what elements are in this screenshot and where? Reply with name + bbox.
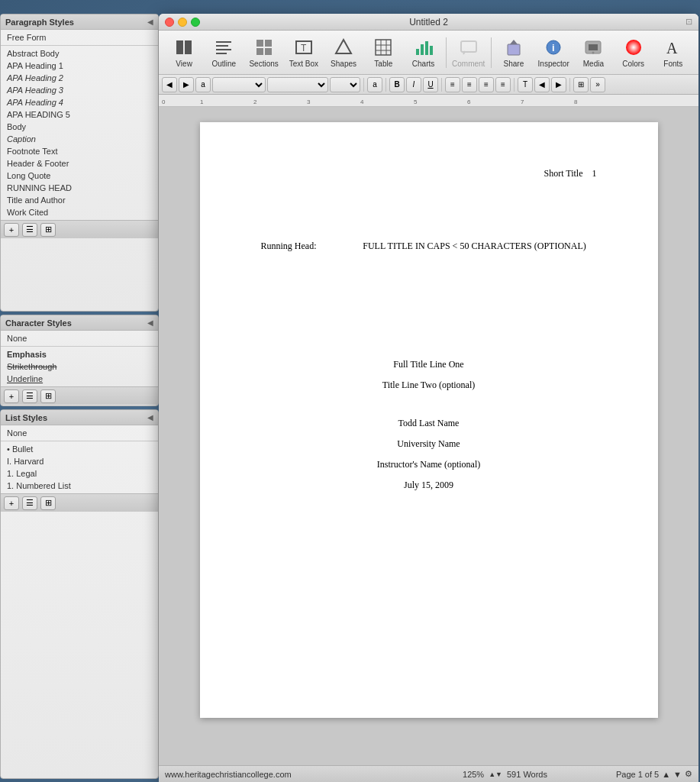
character-style-item-emphasis[interactable]: Emphasis	[1, 348, 158, 360]
toolbar-btn-table[interactable]: Table	[364, 34, 402, 72]
align-left-btn[interactable]: ≡	[445, 77, 460, 92]
paragraph-style-item-apa-heading-4[interactable]: APA Heading 4	[1, 96, 158, 108]
align-center-btn[interactable]: ≡	[462, 77, 477, 92]
more-btn[interactable]: »	[590, 77, 605, 92]
paragraph-style-select[interactable]	[212, 77, 266, 92]
italic-btn[interactable]: I	[406, 77, 421, 92]
toolbar-btn-inspector[interactable]: iInspector	[534, 34, 573, 72]
format-separator-1	[363, 78, 364, 92]
size-select[interactable]	[330, 77, 360, 92]
paragraph-style-item-abstract-body[interactable]: Abstract Body	[1, 47, 158, 60]
status-zoom-arrows[interactable]: ▲▼	[489, 771, 502, 778]
paragraph-style-item-apa-heading-2[interactable]: APA Heading 2	[1, 72, 158, 84]
status-scroll-up[interactable]: ▲	[662, 770, 670, 779]
list-style-item-1-numbered-list[interactable]: 1. Numbered List	[1, 480, 158, 492]
paragraph-style-item-apa-heading-5[interactable]: APA HEADING 5	[1, 108, 158, 121]
svg-rect-3	[216, 45, 228, 47]
doc-body-line-3[interactable]: Todd Last Name	[261, 418, 597, 429]
paragraph-style-item-work-cited[interactable]: Work Cited	[1, 206, 158, 218]
svg-rect-18	[416, 49, 419, 55]
format-forward-btn[interactable]: ▶	[179, 77, 194, 92]
svg-marker-12	[336, 40, 351, 53]
paragraph-style-item-header-&-footer[interactable]: Header & Footer	[1, 157, 158, 170]
toolbar-btn-colors[interactable]: Colors	[615, 34, 653, 72]
maximize-button[interactable]	[191, 18, 200, 27]
format-a-btn[interactable]: a	[367, 77, 382, 92]
doc-body-line-0[interactable]: Full Title Line One	[261, 359, 597, 370]
svg-text:6: 6	[467, 99, 471, 105]
list-styles-toggle[interactable]: ◀	[147, 413, 153, 422]
toolbar-btn-charts[interactable]: Charts	[404, 34, 442, 72]
paragraph-style-item-footnote-text[interactable]: Footnote Text	[1, 145, 158, 157]
charts-icon	[413, 37, 434, 58]
colors-icon	[623, 37, 644, 58]
paragraph-styles-list: Free FormAbstract BodyAPA Heading 1APA H…	[1, 30, 158, 220]
paragraph-style-item-caption[interactable]: Caption	[1, 133, 158, 145]
paragraph-style-item-title-and-author[interactable]: Title and Author	[1, 194, 158, 206]
list-btn[interactable]: T	[518, 77, 533, 92]
para-list-view-btn[interactable]: ☰	[22, 223, 37, 237]
share-icon	[503, 37, 524, 58]
toolbar-btn-view[interactable]: View	[165, 34, 203, 72]
add-list-style-btn[interactable]: +	[4, 496, 19, 510]
list-style-item--bullet[interactable]: • Bullet	[1, 443, 158, 455]
paragraph-style-item-apa-heading-3[interactable]: APA Heading 3	[1, 84, 158, 96]
align-right-btn[interactable]: ≡	[479, 77, 494, 92]
list-style-item-i-harvard[interactable]: I. Harvard	[1, 455, 158, 467]
toolbar-btn-textbox[interactable]: TText Box	[285, 34, 323, 72]
close-button[interactable]	[165, 18, 174, 27]
format-style-a-btn[interactable]: a	[195, 77, 211, 92]
character-style-item-strikethrough[interactable]: Strikethrough	[1, 360, 158, 373]
character-style-item-none[interactable]: None	[1, 332, 158, 344]
resize-icon[interactable]: ⊡	[685, 17, 692, 27]
paragraph-style-item-body[interactable]: Body	[1, 121, 158, 133]
bold-btn[interactable]: B	[389, 77, 405, 92]
font-select[interactable]	[267, 77, 328, 92]
toolbar-btn-media-label: Media	[583, 60, 604, 68]
list-styles-list: None• BulletI. Harvard1. Legal1. Numbere…	[1, 425, 158, 493]
paragraph-style-item-running-head[interactable]: RUNNING HEAD	[1, 182, 158, 194]
toolbar-btn-sections[interactable]: Sections	[244, 34, 282, 72]
doc-body-line-5[interactable]: Instructor's Name (optional)	[261, 459, 597, 470]
doc-body-line-2[interactable]	[261, 400, 597, 412]
minimize-button[interactable]	[178, 18, 187, 27]
toolbar-btn-media[interactable]: Media	[574, 34, 612, 72]
doc-body-line-4[interactable]: University Name	[261, 438, 597, 450]
paragraph-style-item-long-quote[interactable]: Long Quote	[1, 170, 158, 182]
indent-minus-btn[interactable]: ◀	[534, 77, 550, 92]
list-list-view-btn[interactable]: ☰	[22, 496, 37, 510]
columns-btn[interactable]: ⊞	[573, 77, 589, 92]
table-icon	[373, 37, 394, 58]
doc-body-line-1[interactable]: Title Line Two (optional)	[261, 380, 597, 391]
status-settings[interactable]: ⚙	[685, 769, 692, 779]
character-style-item-underline[interactable]: Underline	[1, 373, 158, 385]
toolbar-btn-outline[interactable]: Outline	[205, 34, 243, 72]
format-separator-4	[514, 78, 515, 92]
para-grid-view-btn[interactable]: ⊞	[40, 223, 56, 237]
add-character-style-btn[interactable]: +	[4, 389, 19, 403]
doc-body-line-6[interactable]: July 15, 2009	[261, 480, 597, 491]
paragraph-style-item-apa-heading-1[interactable]: APA Heading 1	[1, 60, 158, 72]
list-style-item-none[interactable]: None	[1, 427, 158, 439]
paragraph-styles-toggle[interactable]: ◀	[147, 18, 153, 26]
svg-text:7: 7	[521, 99, 524, 105]
char-list-view-btn[interactable]: ☰	[22, 389, 37, 403]
toolbar-btn-shapes[interactable]: Shapes	[324, 34, 363, 72]
char-grid-view-btn[interactable]: ⊞	[40, 389, 56, 403]
status-scroll-down[interactable]: ▼	[673, 770, 682, 779]
svg-text:1: 1	[200, 99, 204, 105]
align-justify-btn[interactable]: ≡	[495, 77, 511, 92]
toolbar-btn-share[interactable]: Share	[495, 34, 533, 72]
format-back-btn[interactable]: ◀	[162, 77, 177, 92]
add-paragraph-style-btn[interactable]: +	[4, 223, 19, 237]
document-body-center[interactable]: Full Title Line OneTitle Line Two (optio…	[261, 359, 597, 491]
toolbar-btn-fonts[interactable]: AFonts	[654, 34, 692, 72]
list-grid-view-btn[interactable]: ⊞	[40, 496, 56, 510]
indent-plus-btn[interactable]: ▶	[551, 77, 566, 92]
status-page-info: Page 1 of 5	[616, 770, 659, 779]
paragraph-style-item-free-form[interactable]: Free Form	[1, 31, 158, 44]
character-styles-toggle[interactable]: ◀	[147, 318, 153, 327]
document-canvas[interactable]: Short Title 1 Running Head: FULL TITLE I…	[159, 107, 698, 765]
list-style-item-1-legal[interactable]: 1. Legal	[1, 467, 158, 480]
underline-btn[interactable]: U	[423, 77, 438, 92]
